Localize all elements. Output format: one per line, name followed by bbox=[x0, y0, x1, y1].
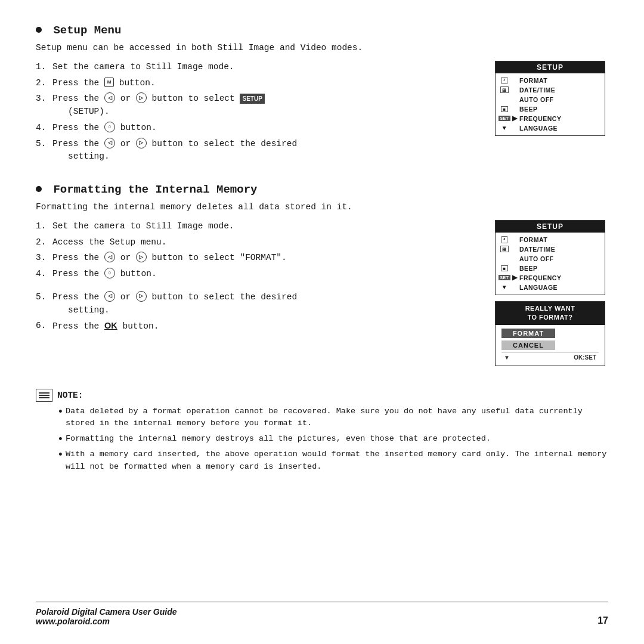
formatting-title: Formatting the Internal Memory bbox=[36, 183, 608, 196]
fmt-datetime-icon: ⊞ bbox=[499, 245, 510, 253]
note-bullet-3: • With a memory card inserted, the above… bbox=[57, 448, 608, 473]
note-bullet-2: • Formatting the internal memory destroy… bbox=[57, 433, 608, 445]
formatting-boxes: SETUP ² FORMAT ⊞ DATE/TIME bbox=[495, 220, 608, 366]
setup-box-header-1: SETUP bbox=[496, 61, 605, 73]
ok-btn-icon-2: ○ bbox=[104, 268, 115, 278]
cancel-button[interactable]: CANCEL bbox=[501, 340, 555, 350]
footer-okset: OK:SET bbox=[574, 354, 596, 361]
step-4: 4. Press the ○ button. bbox=[36, 122, 483, 135]
step-2: 2. Press the M button. bbox=[36, 77, 483, 90]
ok-text: OK bbox=[104, 321, 117, 330]
step-3: 3. Press the ◁ or ▷ button to select SET… bbox=[36, 92, 483, 119]
datetime-icon: ⊞ bbox=[499, 86, 510, 94]
format-confirm-header: REALLY WANT TO FORMAT? bbox=[496, 302, 605, 325]
format-confirm-box: REALLY WANT TO FORMAT? FORMAT CANCEL ▼ O… bbox=[495, 301, 605, 366]
setup-menu-title: Setup Menu bbox=[36, 24, 608, 37]
footer-left: Polaroid Digital Camera User Guide www.p… bbox=[36, 607, 177, 626]
note-header: NOTE: bbox=[36, 389, 608, 402]
setup-box-header-2: SETUP bbox=[496, 221, 605, 233]
setup-row-beep: ■ BEEP bbox=[499, 104, 601, 114]
footer-title: Polaroid Digital Camera User Guide bbox=[36, 607, 177, 617]
fmt-setup-row-language: ▼ LANGUAGE bbox=[499, 283, 601, 292]
note-title: NOTE: bbox=[57, 391, 83, 400]
note-bullet-1: • Data deleted by a format operation can… bbox=[57, 405, 608, 430]
dn-btn-icon: ▷ bbox=[136, 138, 147, 148]
note-bullet-text-3: With a memory card inserted, the above o… bbox=[66, 448, 608, 473]
lang-icon: ▼ bbox=[499, 124, 510, 132]
note-bullet-dot-3: • bbox=[57, 450, 66, 474]
note-bullet-dot-1: • bbox=[57, 407, 66, 431]
step-1: 1. Set the camera to Still Image mode. bbox=[36, 61, 483, 74]
fmt-format-icon: ² bbox=[499, 236, 510, 244]
setup-box-1: SETUP ² FORMAT ⊞ DATE/TIME bbox=[495, 61, 608, 136]
fmt-autooff-icon bbox=[499, 255, 510, 263]
format-confirm-body: FORMAT CANCEL ▼ OK:SET bbox=[496, 325, 605, 366]
m-button-icon: M bbox=[104, 78, 114, 87]
fmt-step-2: 2. Access the Setup menu. bbox=[36, 236, 483, 249]
format-footer: ▼ OK:SET bbox=[501, 352, 599, 362]
page-footer: Polaroid Digital Camera User Guide www.p… bbox=[36, 602, 608, 626]
note-bullet-dot-2: • bbox=[57, 434, 66, 446]
setup-row-autooff: AUTO OFF bbox=[499, 95, 601, 104]
footer-url: www.polaroid.com bbox=[36, 617, 177, 626]
setup-box-body-1: ² FORMAT ⊞ DATE/TIME AUTO OFF bbox=[496, 73, 605, 135]
formatting-section: Formatting the Internal Memory Formattin… bbox=[36, 183, 608, 366]
ok-btn-icon: ○ bbox=[104, 122, 115, 132]
fmt-step-5: 5. Press the ◁ or ▷ button to select the… bbox=[36, 291, 483, 317]
formatting-intro: Formatting the internal memory deletes a… bbox=[36, 201, 608, 214]
setup-row-datetime: ⊞ DATE/TIME bbox=[499, 85, 601, 95]
fmt-setup-row-autooff: AUTO OFF bbox=[499, 254, 601, 264]
setup-box-body-2: ² FORMAT ⊞ DATE/TIME AUTO OFF bbox=[496, 233, 605, 295]
fmt-step-4: 4. Press the ○ button. bbox=[36, 268, 483, 281]
fmt-setup-row-frequency: SET ▶ FREQUENCY bbox=[499, 273, 601, 283]
fmt-step-6: 6. Press the OK button. bbox=[36, 320, 483, 333]
formatting-steps-area: 1. Set the camera to Still Image mode. 2… bbox=[36, 220, 608, 366]
footer-page-number: 17 bbox=[597, 615, 608, 626]
note-lines bbox=[39, 392, 49, 398]
autooff-icon bbox=[499, 95, 510, 104]
setup-menu-section: Setup Menu Setup menu can be accessed in… bbox=[36, 24, 608, 166]
dn-btn-icon-2: ▷ bbox=[136, 291, 147, 302]
beep-icon: ■ bbox=[499, 105, 510, 113]
note-bullet-text-1: Data deleted by a format operation canno… bbox=[66, 405, 608, 430]
setup-menu-box-1: SETUP ² FORMAT ⊞ DATE/TIME bbox=[495, 61, 605, 136]
fmt-setup-row-beep: ■ BEEP bbox=[499, 264, 601, 273]
setup-tag: SETUP bbox=[240, 94, 264, 104]
note-bullets: • Data deleted by a format operation can… bbox=[36, 405, 608, 473]
setup-menu-box-2: SETUP ² FORMAT ⊞ DATE/TIME bbox=[495, 220, 605, 295]
left-btn-icon-2: ◁ bbox=[104, 252, 115, 262]
setup-row-format: ² FORMAT bbox=[499, 76, 601, 85]
fmt-setup-row-format: ² FORMAT bbox=[499, 235, 601, 244]
footer-arrow-down: ▼ bbox=[504, 354, 510, 361]
fmt-lang-icon: ▼ bbox=[499, 283, 510, 292]
format-icon: ² bbox=[499, 76, 510, 85]
fmt-freq-icon: SET bbox=[499, 274, 510, 282]
setup-steps-left: 1. Set the camera to Still Image mode. 2… bbox=[36, 61, 483, 166]
right-btn-icon: ▷ bbox=[136, 92, 147, 103]
formatting-steps-left: 1. Set the camera to Still Image mode. 2… bbox=[36, 220, 483, 336]
note-section: NOTE: • Data deleted by a format operati… bbox=[36, 389, 608, 476]
bullet-icon-2 bbox=[36, 186, 42, 192]
bullet-icon bbox=[36, 27, 42, 33]
up-btn-icon: ◁ bbox=[104, 138, 115, 148]
setup-intro: Setup menu can be accessed in both Still… bbox=[36, 42, 608, 55]
fmt-beep-icon: ■ bbox=[499, 264, 510, 273]
page: Setup Menu Setup menu can be accessed in… bbox=[0, 0, 644, 644]
setup-row-language: ▼ LANGUAGE bbox=[499, 123, 601, 133]
note-icon bbox=[36, 389, 52, 402]
format-button[interactable]: FORMAT bbox=[501, 329, 555, 338]
right-btn-icon-2: ▷ bbox=[136, 252, 147, 262]
up-btn-icon-2: ◁ bbox=[104, 291, 115, 302]
freq-icon: SET bbox=[499, 114, 510, 123]
fmt-step-3: 3. Press the ◁ or ▷ button to select "FO… bbox=[36, 252, 483, 265]
fmt-setup-row-datetime: ⊞ DATE/TIME bbox=[499, 244, 601, 254]
setup-steps-area: 1. Set the camera to Still Image mode. 2… bbox=[36, 61, 608, 166]
step-5: 5. Press the ◁ or ▷ button to select the… bbox=[36, 138, 483, 164]
left-btn-icon: ◁ bbox=[104, 92, 115, 103]
note-bullet-text-2: Formatting the internal memory destroys … bbox=[66, 433, 608, 445]
setup-row-frequency: SET ▶ FREQUENCY bbox=[499, 114, 601, 123]
fmt-step-1: 1. Set the camera to Still Image mode. bbox=[36, 220, 483, 233]
